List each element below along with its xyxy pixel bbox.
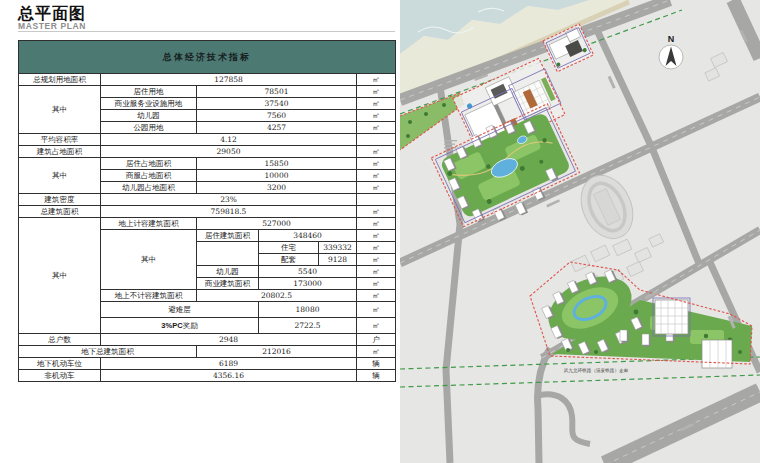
table-row: 总建筑面积759818.5㎡ <box>19 206 396 218</box>
row-unit: ㎡ <box>357 98 396 110</box>
row-label: 地下总建筑面积 <box>19 346 197 358</box>
row-label: 公园用地 <box>101 122 197 134</box>
merge-label: 其中 <box>19 158 101 194</box>
row-label: 建筑占地面积 <box>19 146 101 158</box>
table-row: 其中地上计容建筑面积527000㎡ <box>19 218 396 230</box>
row-value: 7560 <box>197 110 357 122</box>
row-value: 20802.5 <box>197 290 357 302</box>
row-unit: 辆 <box>357 358 396 370</box>
row-value: 527000 <box>197 218 357 230</box>
row-unit: 辆 <box>357 370 396 382</box>
row-label: 商业服务业设施用地 <box>101 98 197 110</box>
pc-rest: 奖励 <box>183 321 198 330</box>
page: 总平面图 MASTER PLAN 总体经济技术指标 总规划用地面积127858㎡… <box>0 0 760 463</box>
row-unit: ㎡ <box>357 218 396 230</box>
row-unit: ㎡ <box>357 158 396 170</box>
row-value: 2948 <box>101 334 357 346</box>
row-unit: ㎡ <box>357 146 396 158</box>
table-row: 非机动车4356.16辆 <box>19 370 396 382</box>
row-unit: ㎡ <box>357 74 396 86</box>
table-row: 地下总建筑面积212016㎡ <box>19 346 396 358</box>
row-unit: ㎡ <box>357 346 396 358</box>
row-value: 348460 <box>259 230 357 242</box>
table-row: 总户数2948户 <box>19 334 396 346</box>
row-value: 759818.5 <box>101 206 357 218</box>
row-label: 避难层 <box>101 302 259 318</box>
row-unit: ㎡ <box>357 290 396 302</box>
row-value: 173000 <box>259 278 357 290</box>
row-value: 4356.16 <box>101 370 357 382</box>
table-row: 建筑占地面积29050㎡ <box>19 146 396 158</box>
row-unit: ㎡ <box>357 122 396 134</box>
row-label: 配套 <box>259 254 319 266</box>
row-value: 29050 <box>101 146 357 158</box>
table-row: 其中居住占地面积15850㎡ <box>19 158 396 170</box>
row-value: 339332 <box>319 242 357 254</box>
row-label: 地上不计容建筑面积 <box>101 290 197 302</box>
row-unit: ㎡ <box>357 170 396 182</box>
row-label: 3%PC奖励 <box>101 318 259 334</box>
row-label: 住宅 <box>259 242 319 254</box>
row-value: 127858 <box>101 74 357 86</box>
row-value: 9128 <box>319 254 357 266</box>
railway-label: 武九北环铁路（温泉铁路）走廊 <box>564 367 629 374</box>
row-label: 总户数 <box>19 334 101 346</box>
row-label: 平均容积率 <box>19 134 101 146</box>
row-label: 商业建筑面积 <box>197 278 259 290</box>
row-value: 5540 <box>259 266 357 278</box>
table-row: 建筑密度23% <box>19 194 396 206</box>
row-value: 3200 <box>197 182 357 194</box>
table-row: 总规划用地面积127858㎡ <box>19 74 396 86</box>
row-unit: ㎡ <box>357 242 396 254</box>
master-plan-map: 武九北环铁路（温泉铁路）走廊 <box>400 0 760 463</box>
row-label: 居住建筑面积 <box>197 230 259 242</box>
row-unit: 户 <box>357 334 396 346</box>
row-label: 居住用地 <box>101 86 197 98</box>
table-header-row: 总体经济技术指标 <box>19 41 396 74</box>
row-label: 商服占地面积 <box>101 170 197 182</box>
empty-cell <box>197 242 259 266</box>
row-label: 地下机动车位 <box>19 358 101 370</box>
row-value: 2722.5 <box>259 318 357 334</box>
north-label: N <box>668 34 675 44</box>
commercial-building <box>702 340 732 368</box>
row-label: 总规划用地面积 <box>19 74 101 86</box>
row-unit: ㎡ <box>357 254 396 266</box>
row-value: 212016 <box>197 346 357 358</box>
title-divider <box>18 31 395 32</box>
row-label: 地上计容建筑面积 <box>101 218 197 230</box>
pc-bold: 3%PC <box>161 321 182 330</box>
row-value: 18080 <box>259 302 357 318</box>
row-unit <box>357 194 396 206</box>
table-row: 地下机动车位6189辆 <box>19 358 396 370</box>
left-panel: 总平面图 MASTER PLAN 总体经济技术指标 总规划用地面积127858㎡… <box>0 0 400 463</box>
page-subtitle: MASTER PLAN <box>18 21 86 31</box>
row-label: 非机动车 <box>19 370 101 382</box>
row-value: 78501 <box>197 86 357 98</box>
row-value: 6189 <box>101 358 357 370</box>
row-label: 居住占地面积 <box>101 158 197 170</box>
row-unit: ㎡ <box>357 86 396 98</box>
merge-label: 其中 <box>19 86 101 134</box>
row-unit: ㎡ <box>357 182 396 194</box>
row-label: 建筑密度 <box>19 194 101 206</box>
indicator-table: 总体经济技术指标 总规划用地面积127858㎡ 其中居住用地78501㎡ 商业服… <box>18 40 396 382</box>
table-row: 其中居住用地78501㎡ <box>19 86 396 98</box>
row-value: 10000 <box>197 170 357 182</box>
row-label: 幼儿园 <box>197 266 259 278</box>
row-unit: ㎡ <box>357 278 396 290</box>
table-title: 总体经济技术指标 <box>19 41 396 74</box>
row-unit: ㎡ <box>357 318 396 334</box>
row-unit <box>357 134 396 146</box>
row-value: 15850 <box>197 158 357 170</box>
commercial-building <box>655 300 688 334</box>
row-value: 23% <box>101 194 357 206</box>
merge-label: 其中 <box>19 218 101 334</box>
row-value: 4.12 <box>101 134 357 146</box>
row-unit: ㎡ <box>357 206 396 218</box>
table-row: 平均容积率4.12 <box>19 134 396 146</box>
row-unit: ㎡ <box>357 110 396 122</box>
row-label: 幼儿园占地面积 <box>101 182 197 194</box>
row-label: 总建筑面积 <box>19 206 101 218</box>
row-unit: ㎡ <box>357 302 396 318</box>
